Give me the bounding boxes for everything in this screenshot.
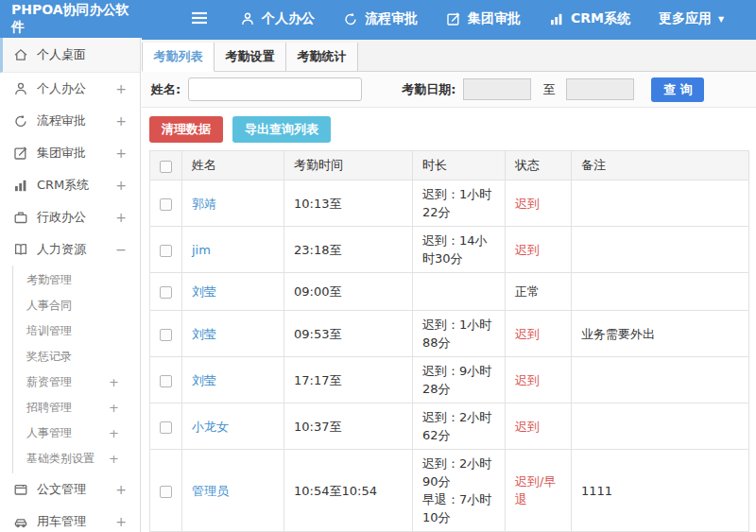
sidebar-item-personal-office[interactable]: 个人办公 + [0,73,140,105]
employee-name-link[interactable]: 郭靖 [192,197,216,211]
table-row: 刘莹09:53至迟到：1小时88分迟到业务需要外出 [150,311,749,357]
sidebar-subitem-basic-category-settings[interactable]: 基础类别设置 + [13,446,140,472]
remark-text [572,273,749,311]
tab-attendance-statistics[interactable]: 考勤统计 [285,43,358,71]
attendance-time: 09:00至 [284,273,413,311]
hamburger-icon [191,11,208,27]
remark-text: 1111 [572,450,749,532]
expand-plus-icon[interactable]: + [115,81,127,96]
attendance-time: 23:18至 [284,227,413,273]
employee-name-link[interactable]: 刘莹 [192,373,216,387]
topnav-label: 流程审批 [365,10,418,27]
sidebar-item-administrative-office[interactable]: 行政办公 + [0,201,140,233]
expand-plus-icon[interactable]: + [115,514,127,529]
employee-name-link[interactable]: 管理员 [192,484,229,498]
top-navigation: 个人办公 流程审批 集团审批 CRM系统 更多应用 ▼ [240,10,752,27]
expand-plus-icon[interactable]: + [109,375,119,389]
sidebar-subitem-personnel-contract[interactable]: 人事合同 [13,293,140,318]
sidebar-item-workflow-approval[interactable]: 流程审批 + [0,105,140,137]
expand-plus-icon[interactable]: + [115,482,127,497]
sidebar-item-crm-system[interactable]: CRM系统 + [0,169,140,201]
duration-text: 迟到：14小时30分 [422,232,495,267]
sidebar-subitem-training-management[interactable]: 培训管理 [13,318,140,344]
row-checkbox[interactable] [160,421,172,434]
duration-cell: 迟到：2小时90分早退：7小时10分 [413,450,506,532]
collapse-minus-icon[interactable]: − [115,242,127,257]
action-toolbar: 清理数据 导出查询列表 [142,108,756,150]
employee-name-link[interactable]: jim [192,243,211,257]
sidebar-item-group-approval[interactable]: 集团审批 + [0,137,140,169]
topnav-item-crm-system[interactable]: CRM系统 [549,10,630,27]
duration-cell: 迟到：9小时28分 [413,357,506,403]
table-row: jim23:18至迟到：14小时30分迟到 [150,227,749,273]
employee-name-link[interactable]: 刘莹 [192,284,216,299]
date-to-input[interactable] [566,78,634,100]
sidebar-item-label: 集团审批 [37,145,86,162]
export-list-button[interactable]: 导出查询列表 [232,116,331,143]
attendance-time: 10:13至 [284,180,413,227]
sidebar-subitem-reward-punishment-records[interactable]: 奖惩记录 [13,344,140,369]
date-field-label: 考勤日期: [402,81,455,98]
col-header-time: 考勤时间 [284,151,413,180]
sidebar-subitem-label: 薪资管理 [26,374,72,390]
sidebar-subitem-attendance-management[interactable]: 考勤管理 [13,267,140,293]
duration-text: 迟到：2小时90分 [422,455,495,490]
row-checkbox[interactable] [160,329,172,341]
remark-text [572,357,749,403]
sidebar-item-label: 行政办公 [37,209,86,226]
topnav-item-personal-office[interactable]: 个人办公 [240,10,315,27]
book-icon [13,242,28,257]
date-to-label: 至 [542,81,555,98]
table-row: 刘莹17:17至迟到：9小时28分迟到 [150,357,749,403]
user-icon [13,81,28,96]
tab-attendance-settings[interactable]: 考勤设置 [214,43,286,71]
expand-plus-icon[interactable]: + [109,426,119,440]
main-content: 考勤列表 考勤设置 考勤统计 姓名: 考勤日期: 至 查 询 清理数据 导出查询… [142,38,756,532]
sidebar-subitem-personnel-management[interactable]: 人事管理 + [13,420,140,446]
select-all-checkbox[interactable] [160,161,172,173]
expand-plus-icon[interactable]: + [115,113,127,129]
topnav-item-more-apps[interactable]: 更多应用 ▼ [659,10,724,27]
search-button[interactable]: 查 询 [651,77,704,102]
sidebar-item-label: 用车管理 [37,513,86,530]
home-icon [13,47,28,62]
name-search-input[interactable] [188,77,362,101]
expand-plus-icon[interactable]: + [115,210,127,225]
row-checkbox[interactable] [160,486,172,498]
col-header-status: 状态 [506,151,572,180]
row-checkbox[interactable] [160,245,172,257]
attendance-table-header: 姓名 考勤时间 时长 状态 备注 [150,151,749,180]
sidebar-subitem-label: 基础类别设置 [26,451,94,467]
date-from-input[interactable] [463,78,531,100]
tab-attendance-list[interactable]: 考勤列表 [142,43,215,72]
employee-name-link[interactable]: 刘莹 [192,327,216,341]
sidebar-item-vehicle-management[interactable]: 用车管理 + [0,506,140,532]
sidebar-item-human-resources[interactable]: 人力资源 − [0,233,140,266]
status-text: 迟到 [515,197,540,211]
sidebar-item-label: 个人桌面 [37,46,86,63]
topnav-item-group-approval[interactable]: 集团审批 [446,10,521,27]
expand-plus-icon[interactable]: + [109,452,119,466]
expand-plus-icon[interactable]: + [115,178,127,193]
status-text: 正常 [515,284,540,299]
employee-name-link[interactable]: 小龙女 [192,420,229,434]
expand-plus-icon[interactable]: + [109,401,119,415]
topnav-label: 个人办公 [262,10,315,27]
sidebar-subitem-recruitment-management[interactable]: 招聘管理 + [13,395,140,420]
sidebar-subitem-salary-management[interactable]: 薪资管理 + [13,369,140,395]
table-row: 郭靖10:13至迟到：1小时22分迟到 [150,180,749,227]
row-checkbox[interactable] [160,198,172,211]
duration-cell: 迟到：1小时88分 [413,311,506,357]
col-header-duration: 时长 [413,151,506,180]
row-checkbox[interactable] [160,286,172,299]
sidebar-item-document-management[interactable]: 公文管理 + [0,473,140,506]
remark-text [572,403,749,450]
menu-toggle-button[interactable] [191,11,208,27]
expand-plus-icon[interactable]: + [115,146,127,161]
flow-icon [343,11,358,26]
topnav-item-workflow-approval[interactable]: 流程审批 [343,10,418,27]
duration-text: 迟到：1小时22分 [422,185,495,221]
clean-data-button[interactable]: 清理数据 [149,116,223,143]
row-checkbox[interactable] [160,375,172,387]
sidebar-item-personal-desktop[interactable]: 个人桌面 [0,38,140,73]
